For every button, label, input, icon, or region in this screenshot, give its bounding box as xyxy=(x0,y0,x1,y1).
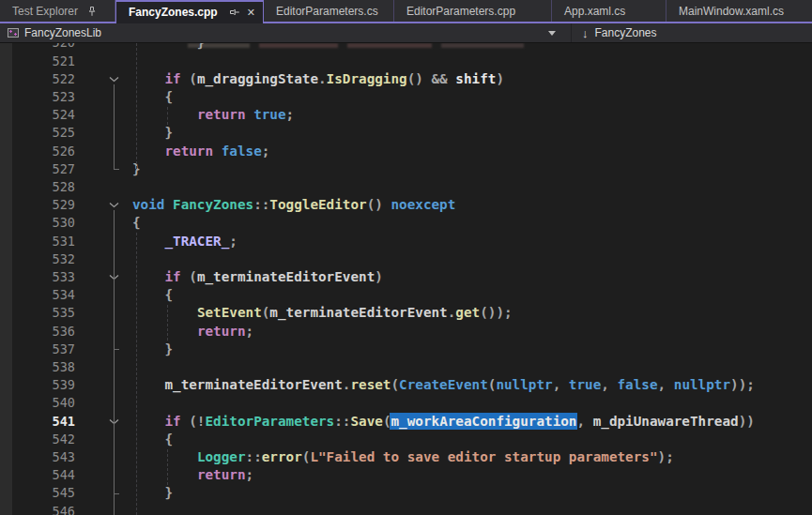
code-line[interactable]: 531 _TRACER_; xyxy=(0,233,812,250)
line-number: 539 xyxy=(12,376,75,394)
code-line[interactable]: 522 if (m_draggingState.IsDragging() && … xyxy=(0,70,812,88)
pin-icon[interactable] xyxy=(227,7,242,18)
line-number: 528 xyxy=(12,178,75,196)
tab-test-explorer[interactable]: Test Explorer xyxy=(0,0,115,23)
code-line-text: return true; xyxy=(132,106,294,124)
code-line-text: { xyxy=(132,214,141,232)
outline-guide-line xyxy=(114,84,115,170)
code-line[interactable]: 530{ xyxy=(0,214,812,232)
code-line[interactable]: 532 xyxy=(0,250,812,268)
project-name: FancyZonesLib xyxy=(24,26,101,39)
line-number: 525 xyxy=(12,124,75,142)
close-icon[interactable]: ✕ xyxy=(247,5,255,20)
code-line[interactable]: 541 if (!EditorParameters::Save(m_workAr… xyxy=(0,413,812,431)
code-line[interactable]: 537 } xyxy=(0,341,812,358)
line-number: 546 xyxy=(12,503,75,515)
line-number: 530 xyxy=(12,214,75,232)
tab-editorparameters-cpp[interactable]: EditorParameters.cpp xyxy=(394,0,552,23)
code-line[interactable]: 524 return true; xyxy=(0,106,812,124)
code-editor-area[interactable]: 520 }521522 if (m_draggingState.IsDraggi… xyxy=(0,43,812,515)
line-number: 542 xyxy=(12,431,75,448)
code-line[interactable]: 544 return; xyxy=(0,466,812,484)
line-number: 543 xyxy=(12,448,75,466)
tab-label: Test Explorer xyxy=(12,5,78,18)
code-line[interactable]: 534 { xyxy=(0,286,812,304)
project-dropdown[interactable]: FancyZonesLib xyxy=(0,23,572,42)
line-number: 526 xyxy=(12,143,75,160)
code-line-text: void FancyZones::ToggleEditor() noexcept xyxy=(132,196,455,214)
code-line-text: _TRACER_; xyxy=(132,233,237,250)
line-number: 523 xyxy=(12,88,75,106)
code-line-text: if (m_draggingState.IsDragging() && shif… xyxy=(132,70,504,88)
code-line-text: if (m_terminateEditorEvent) xyxy=(132,268,383,286)
code-line[interactable]: 521 xyxy=(0,53,812,70)
code-line-text: { xyxy=(132,286,173,304)
tab-label: App.xaml.cs xyxy=(564,5,625,18)
cpp-project-icon xyxy=(7,26,20,39)
line-number: 536 xyxy=(12,323,75,341)
code-line[interactable]: 523 { xyxy=(0,88,812,106)
outline-corner-mark xyxy=(114,493,119,494)
code-line[interactable]: 539 m_terminateEditorEvent.reset(CreateE… xyxy=(0,376,812,394)
code-line-text: SetEvent(m_terminateEditorEvent.get()); xyxy=(132,304,513,322)
line-number: 537 xyxy=(12,341,75,358)
code-line[interactable]: 546 xyxy=(0,503,812,515)
code-line[interactable]: 535 SetEvent(m_terminateEditorEvent.get(… xyxy=(0,304,812,322)
code-line[interactable]: 527} xyxy=(0,160,812,178)
tab-editorparameters-cs[interactable]: EditorParameters.cs xyxy=(264,0,394,23)
code-line[interactable]: 545 } xyxy=(0,484,812,502)
outline-corner-mark xyxy=(114,169,119,170)
code-line[interactable]: 528 xyxy=(0,178,812,196)
code-line-text: { xyxy=(132,88,173,106)
indent-guide xyxy=(136,43,137,169)
tab-label: FancyZones.cpp xyxy=(129,6,218,19)
code-line[interactable]: 520 } xyxy=(0,43,812,53)
pin-icon[interactable] xyxy=(84,4,100,19)
tab-app-xaml-cs[interactable]: App.xaml.cs xyxy=(552,0,666,23)
member-arrow-icon: ↓ xyxy=(582,26,589,40)
line-number: 521 xyxy=(12,53,75,70)
tab-label: MainWindow.xaml.cs xyxy=(679,5,784,18)
code-line[interactable]: 540 xyxy=(0,394,812,412)
outline-guide-line xyxy=(114,210,115,515)
code-line[interactable]: 542 { xyxy=(0,431,812,448)
member-dropdown[interactable]: ↓ FancyZones xyxy=(572,23,812,42)
line-number: 534 xyxy=(12,286,75,304)
indent-guide xyxy=(167,305,168,341)
code-line-text: } xyxy=(132,484,173,502)
line-number: 533 xyxy=(12,268,75,286)
code-line[interactable]: 538 xyxy=(0,358,812,376)
line-number: 527 xyxy=(12,160,75,178)
vs-code-editor-window: Test Explorer FancyZones.cpp ✕ EditorP xyxy=(0,0,812,515)
document-tab-bar: Test Explorer FancyZones.cpp ✕ EditorP xyxy=(0,0,812,23)
code-line-text: Logger::error(L"Failed to save editor st… xyxy=(132,448,674,466)
code-line-text: } xyxy=(132,43,205,53)
line-number: 532 xyxy=(12,250,75,268)
code-line-text: if (!EditorParameters::Save(m_workAreaCo… xyxy=(132,413,755,431)
member-name: FancyZones xyxy=(595,26,657,39)
line-number: 538 xyxy=(12,358,75,376)
line-number: 541 xyxy=(12,413,75,431)
line-number: 545 xyxy=(12,484,75,502)
tab-label: EditorParameters.cs xyxy=(276,5,378,18)
code-line[interactable]: 529void FancyZones::ToggleEditor() noexc… xyxy=(0,196,812,214)
code-line[interactable]: 536 return; xyxy=(0,323,812,341)
line-number: 531 xyxy=(12,233,75,250)
indent-guide xyxy=(167,449,168,485)
line-number: 529 xyxy=(12,196,75,214)
selected-text: m_workAreaConfiguration xyxy=(391,414,576,429)
code-line[interactable]: 525 } xyxy=(0,124,812,142)
tab-fancyzones-cpp[interactable]: FancyZones.cpp ✕ xyxy=(115,0,264,23)
line-number: 535 xyxy=(12,304,75,322)
code-line[interactable]: 533 if (m_terminateEditorEvent) xyxy=(0,268,812,286)
indent-guide xyxy=(167,107,168,125)
chevron-down-icon xyxy=(548,31,556,36)
code-line-text: return false; xyxy=(132,143,269,160)
code-line[interactable]: 526 return false; xyxy=(0,143,812,160)
tab-mainwindow-xaml-cs[interactable]: MainWindow.xaml.cs xyxy=(666,0,812,23)
code-line-text: } xyxy=(132,124,173,142)
code-line-text: } xyxy=(132,341,173,358)
code-line[interactable]: 543 Logger::error(L"Failed to save edito… xyxy=(0,448,812,466)
code-line-text: m_terminateEditorEvent.reset(CreateEvent… xyxy=(132,376,755,394)
navigation-bar: FancyZonesLib ↓ FancyZones xyxy=(0,23,812,43)
